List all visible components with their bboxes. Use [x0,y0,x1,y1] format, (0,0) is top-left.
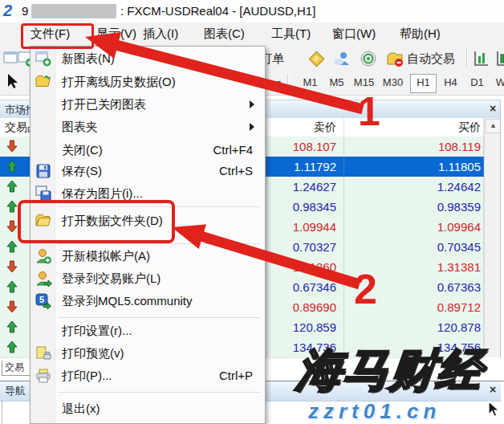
menubar-view[interactable]: 显示(V) [96,26,136,42]
menu-item-label: 新图表(N) [62,51,115,67]
toolbar-separator [466,49,467,67]
menu-item-label: 保存为图片(i)... [62,186,143,202]
market-watch-close-button[interactable]: × [486,102,499,115]
trend-arrow-icon [6,280,18,293]
sell-price: 120.859 [267,317,336,337]
signals-icon[interactable] [359,49,378,68]
sell-price: 1.24627 [267,177,336,197]
buy-price: 0.67363 [344,277,481,297]
buy-price: 1.11805 [344,157,481,177]
mql5-icon: 5 [35,292,52,310]
trend-arrow-icon [6,220,18,233]
menubar-help[interactable]: 帮助(H) [400,26,441,42]
menu-item-shortcut: Ctrl+F4 [213,143,253,157]
menu-item-print-setup[interactable]: 打印设置(r)... [31,320,262,342]
save-picture-icon [35,185,52,202]
menubar-charts[interactable]: 图表(C) [204,26,245,42]
market-watch-tab-symbols[interactable]: 交易品种 [2,361,32,376]
menu-item-print-preview[interactable]: 打印预览(v) [31,342,262,365]
sell-price: 0.98345 [267,197,336,217]
community-icon[interactable] [332,49,352,68]
menu-item-shortcut: Ctrl+P [219,369,253,382]
menu-item-label: 打开数据文件夹(D) [62,214,163,229]
navigator-close-button[interactable]: × [486,383,499,396]
menu-item-open-deleted[interactable]: 打开已关闭图表 [31,93,262,116]
menu-item-label: 打开已关闭图表 [62,97,146,112]
scroll-up-button[interactable]: ▲ [486,119,501,133]
tf-m1-button[interactable]: M1 [298,74,323,92]
menu-item-exit[interactable]: 退出(x) [31,398,262,420]
tf-w1-button[interactable]: W1 [491,74,504,92]
market-watch-scrollbar[interactable]: ▲ [484,118,501,357]
autotrade-button[interactable]: 自动交易 [407,51,455,67]
menu-item-save[interactable]: 保存(S) Ctrl+S [31,160,262,182]
menu-item-label: 关闭(C) [62,143,103,158]
menu-item-open-offline[interactable]: 打开离线历史数据(O) [31,71,262,93]
tf-d1-button[interactable]: D1 [465,74,490,92]
menu-item-open-data-folder[interactable]: 打开数据文件夹(D) [31,210,262,232]
tf-m5-button[interactable]: M5 [324,74,349,92]
trend-arrow-icon [6,140,18,153]
trend-arrow-icon [6,340,18,353]
menu-item-label: 打印设置(r)... [62,324,132,339]
menu-item-login-trade[interactable]: 登录到交易账户(L) [31,267,262,290]
autotrade-icon[interactable] [385,49,404,68]
diamond-market-icon[interactable] [307,49,326,68]
menu-item-label: 保存(S) [62,164,102,179]
menu-item-print[interactable]: 打印(P)... Ctrl+P [31,365,262,387]
chevron-down-icon[interactable]: ▼ [274,79,282,88]
trend-arrow-icon [6,180,18,193]
chart-candles-icon[interactable] [494,49,504,68]
menu-separator [58,317,260,318]
menubar-tools[interactable]: 工具(T) [271,26,311,42]
sell-price: 0.70327 [267,237,336,257]
new-account-icon [35,247,52,265]
buy-price: 1.31381 [344,257,481,277]
tf-h4-button[interactable]: H4 [438,74,463,92]
trend-arrow-icon [6,320,18,333]
menu-separator [58,392,260,393]
file-menu-dropdown: 新图表(N) 打开离线历史数据(O) 打开已关闭图表 图表夹 关闭(C) Ctr… [30,46,266,424]
panel-border [2,401,2,424]
menu-item-close[interactable]: 关闭(C) Ctrl+F4 [31,139,262,161]
cursor-tool-icon[interactable] [3,72,22,92]
window-title: : FXCM-USDReal04 - [AUDUSD,H1] [120,4,315,18]
column-divider [266,118,267,357]
menu-item-label: 打开离线历史数据(O) [62,75,176,90]
login-account-icon [35,270,52,287]
menu-bar: 文件(F) 显示(V) 插入(I) 图表(C) 工具(T) 窗口(W) 帮助(H… [0,22,504,47]
trend-arrow-icon [6,160,18,173]
column-divider [343,118,344,357]
menu-item-label: 开新模拟帐户(A) [62,249,150,264]
menu-item-login-mql5[interactable]: 5 登录到MQL5.community [31,290,262,312]
menu-item-label: 图表夹 [62,120,98,135]
trend-arrow-icon [6,300,18,313]
buy-price: 0.70345 [344,237,481,257]
menu-item-label: 退出(x) [62,402,100,417]
menu-item-profiles[interactable]: 图表夹 [31,116,262,138]
mouse-cursor-icon [486,401,502,422]
mt4-window: 2 9 : FXCM-USDReal04 - [AUDUSD,H1] 文件(F)… [0,0,504,424]
menu-item-new-chart[interactable]: 新图表(N) [31,47,262,70]
sell-price: 1.31360 [267,257,336,277]
tf-h1-button[interactable]: H1 [410,74,437,93]
menu-item-save-picture[interactable]: 保存为图片(i)... [31,182,262,205]
tf-m30-button[interactable]: M30 [380,74,405,92]
column-divider [483,118,484,357]
menu-item-label: 打印预览(v) [62,346,124,361]
svg-text:5: 5 [39,295,44,304]
menu-item-label: 打印(P)... [62,369,112,384]
trend-arrow-icon [6,260,18,273]
tf-m15-button[interactable]: M15 [352,74,376,92]
menubar-insert[interactable]: 插入(I) [143,26,178,42]
menubar-file[interactable]: 文件(F) [30,26,70,42]
menubar-window[interactable]: 窗口(W) [332,26,376,42]
toolbar-separator [287,74,288,92]
print-preview-icon [35,344,52,362]
buy-price: 1.24642 [344,177,481,197]
menu-item-open-account[interactable]: 开新模拟帐户(A) [31,245,262,267]
navigator-title: 导航 [5,384,26,398]
buy-price: 108.119 [344,137,481,157]
chart-bars-icon[interactable] [471,49,490,68]
menu-item-label: 登录到MQL5.community [62,294,193,309]
